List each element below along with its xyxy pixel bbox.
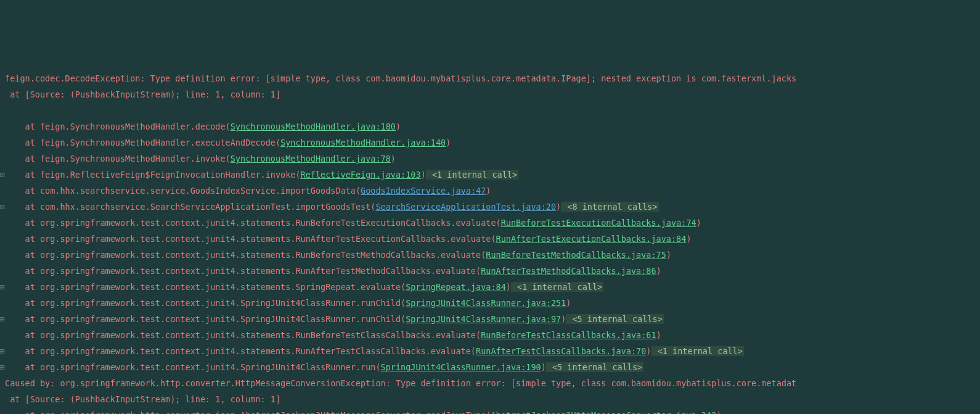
source-link[interactable]: ReflectiveFeign.java:103 [301,170,421,180]
frame-prefix: at org.springframework.test.context.juni… [5,346,476,356]
frame-suffix: ) [656,266,661,276]
stacktrace-line: at [Source: (PushbackInputStream); line:… [0,86,980,102]
source-link[interactable]: SpringJUnit4ClassRunner.java:97 [406,314,561,324]
internal-calls-tag[interactable]: <1 internal call> [511,282,603,292]
frame-prefix: at org.springframework.test.context.juni… [5,218,501,228]
stacktrace-line: at org.springframework.test.context.juni… [0,215,980,231]
expand-icon [0,295,5,311]
frame-prefix: at feign.SynchronousMethodHandler.execut… [5,138,280,147]
frame-suffix: ) [391,154,396,164]
expand-icon[interactable]: ⊞ [0,279,5,295]
source-link[interactable]: SearchServiceApplicationTest.java:20 [375,202,556,212]
source-link[interactable]: RunAfterTestExecutionCallbacks.java:84 [496,234,687,244]
frame-suffix: ) [696,218,701,228]
internal-calls-tag[interactable]: <8 internal calls> [561,202,658,212]
source-link[interactable]: SpringJUnit4ClassRunner.java:190 [381,362,541,372]
stacktrace-line: Caused by: org.springframework.http.conv… [0,375,980,391]
frame-suffix: ) [646,346,651,356]
frame-prefix: at feign.SynchronousMethodHandler.decode… [5,122,231,131]
expand-icon [0,135,5,151]
expand-icon[interactable]: ⊞ [0,167,5,183]
stacktrace-line: at feign.SynchronousMethodHandler.invoke… [0,151,980,167]
expand-icon [0,231,5,247]
frame-suffix: ) [556,202,561,212]
stacktrace-line: ⊞ at org.springframework.test.context.ju… [0,359,980,375]
internal-calls-tag[interactable]: <5 internal calls> [546,362,643,372]
error-text: Caused by: org.springframework.http.conv… [5,378,796,388]
expand-icon [0,183,5,199]
source-link[interactable]: AbstractJackson2HttpMessageConverter.jav… [491,410,716,414]
frame-suffix: ) [446,138,451,147]
frame-prefix: at org.springframework.test.context.juni… [5,314,406,324]
frame-suffix: ) [716,410,721,414]
stacktrace-line: at [Source: (PushbackInputStream); line:… [0,391,980,407]
stacktrace-line: ⊞ at com.hhx.searchservice.SearchService… [0,199,980,215]
internal-calls-tag[interactable]: <1 internal call> [426,170,518,180]
frame-suffix: ) [566,298,571,308]
error-text: at [Source: (PushbackInputStream); line:… [5,89,280,99]
source-link[interactable]: RunAfterTestMethodCallbacks.java:86 [481,266,656,276]
source-link[interactable]: SpringJUnit4ClassRunner.java:251 [406,298,566,308]
frame-suffix: ) [541,362,546,372]
expand-icon[interactable]: ⊞ [0,359,5,375]
frame-prefix: at org.springframework.test.context.juni… [5,266,481,276]
expand-icon [0,118,5,135]
error-text: at [Source: (PushbackInputStream); line:… [5,394,280,404]
frame-prefix: at feign.ReflectiveFeign$FeignInvocation… [5,170,301,180]
blank [5,106,10,115]
stacktrace-line: at com.hhx.searchservice.service.GoodsIn… [0,183,980,199]
frame-prefix: at org.springframework.test.context.juni… [5,250,486,260]
stacktrace-line: at org.springframework.test.context.juni… [0,327,980,343]
gutter [0,102,5,118]
frame-suffix: ) [666,250,671,260]
source-link[interactable]: SynchronousMethodHandler.java:78 [231,154,391,164]
expand-icon [0,247,5,263]
gutter [0,391,5,407]
frame-suffix: ) [506,282,511,292]
stacktrace-line: ⊞ at org.springframework.test.context.ju… [0,343,980,359]
stacktrace-console: feign.codec.DecodeException: Type defini… [0,70,980,414]
gutter [0,86,5,102]
expand-icon[interactable]: ⊞ [0,199,5,215]
expand-icon[interactable]: ⊞ [0,343,5,359]
frame-prefix: at org.springframework.test.context.juni… [5,330,481,340]
frame-prefix: at feign.SynchronousMethodHandler.invoke… [5,154,231,164]
frame-suffix: ) [656,330,661,340]
source-link[interactable]: RunAfterTestClassCallbacks.java:70 [476,346,646,356]
stacktrace-line: at feign.SynchronousMethodHandler.decode… [0,118,980,135]
stacktrace-line: at org.springframework.test.context.juni… [0,295,980,311]
stacktrace-line: ⊞ at org.springframework.test.context.ju… [0,279,980,295]
stacktrace-line: at org.springframework.http.converter.js… [0,407,980,414]
stacktrace-line: at org.springframework.test.context.juni… [0,263,980,279]
frame-prefix: at org.springframework.test.context.juni… [5,362,381,372]
source-link[interactable]: RunBeforeTestMethodCallbacks.java:75 [486,250,666,260]
source-link[interactable]: SpringRepeat.java:84 [406,282,506,292]
source-link[interactable]: SynchronousMethodHandler.java:140 [280,138,446,147]
expand-icon [0,327,5,343]
frame-prefix: at org.springframework.http.converter.js… [5,410,491,414]
frame-prefix: at org.springframework.test.context.juni… [5,298,406,308]
frame-prefix: at org.springframework.test.context.juni… [5,282,406,292]
frame-prefix: at org.springframework.test.context.juni… [5,234,496,244]
source-link[interactable]: RunBeforeTestClassCallbacks.java:61 [481,330,656,340]
expand-icon[interactable]: ⊞ [0,311,5,327]
stacktrace-line: feign.codec.DecodeException: Type defini… [0,70,980,86]
stacktrace-line: ⊞ at org.springframework.test.context.ju… [0,311,980,327]
error-text: feign.codec.DecodeException: Type defini… [5,73,796,83]
internal-calls-tag[interactable]: <1 internal call> [651,346,744,356]
gutter [0,407,5,414]
stacktrace-line [0,102,980,118]
stacktrace-line: at org.springframework.test.context.juni… [0,247,980,263]
source-link[interactable]: RunBeforeTestExecutionCallbacks.java:74 [501,218,696,228]
source-link[interactable]: SynchronousMethodHandler.java:180 [231,122,396,131]
stacktrace-line: ⊞ at feign.ReflectiveFeign$FeignInvocati… [0,167,980,183]
frame-prefix: at com.hhx.searchservice.SearchServiceAp… [5,202,375,212]
expand-icon [0,263,5,279]
stacktrace-line: at feign.SynchronousMethodHandler.execut… [0,135,980,151]
frame-suffix: ) [396,122,401,131]
stacktrace-line: at org.springframework.test.context.juni… [0,231,980,247]
frame-suffix: ) [486,186,491,196]
internal-calls-tag[interactable]: <5 internal calls> [566,314,663,324]
source-link[interactable]: GoodsIndexService.java:47 [361,186,486,196]
frame-suffix: ) [686,234,691,244]
